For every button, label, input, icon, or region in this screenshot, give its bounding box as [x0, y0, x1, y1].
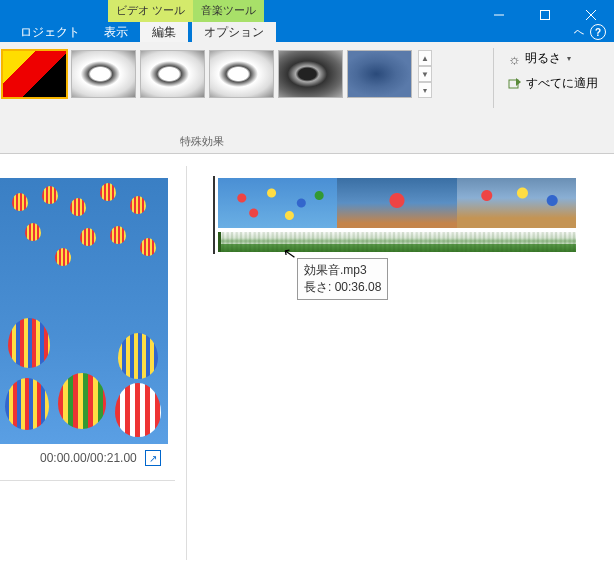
effect-thumb-5[interactable] — [278, 50, 343, 98]
ribbon-tab-view[interactable]: 表示 — [92, 22, 140, 43]
svg-rect-1 — [541, 11, 550, 20]
ribbon-panel: ▲ ▼ ▾ ☼ 明るさ ▾ すべてに適用 特殊効果 — [0, 42, 614, 154]
effect-thumb-3[interactable] — [140, 50, 205, 98]
ribbon-tab-option[interactable]: オプション — [192, 22, 276, 43]
video-clip-strip[interactable] — [218, 178, 576, 228]
apply-all-button[interactable]: すべてに適用 — [504, 73, 602, 94]
clip-frame — [337, 178, 456, 228]
tool-tab-video[interactable]: ビデオ ツール — [108, 0, 193, 22]
effect-thumb-2[interactable] — [71, 50, 136, 98]
playhead-marker[interactable] — [213, 176, 215, 254]
ribbon-tab-project[interactable]: ロジェクト — [8, 22, 92, 43]
clip-frame — [218, 178, 337, 228]
timeline-pane: ↖ 効果音.mp3 長さ: 00:36.08 — [186, 154, 614, 580]
effects-scroll-down[interactable]: ▼ — [418, 66, 432, 82]
tooltip-filename: 効果音.mp3 — [304, 262, 381, 279]
minimize-button[interactable] — [476, 0, 522, 30]
brightness-label: 明るさ — [525, 50, 561, 67]
close-button[interactable] — [568, 0, 614, 30]
preview-video[interactable] — [0, 178, 168, 444]
maximize-button[interactable] — [522, 0, 568, 30]
fullscreen-button[interactable]: ↗ — [145, 450, 161, 466]
workspace: 00:00.00/00:21.00 ↗ ↖ 効果音.mp3 長さ: 00:36.… — [0, 154, 614, 580]
audio-waveform — [221, 232, 576, 252]
audio-track[interactable]: ↖ 効果音.mp3 長さ: 00:36.08 — [218, 232, 576, 252]
titlebar: ビデオ ツール 音楽ツール ロジェクト 表示 編集 オプション へ ? — [0, 0, 614, 42]
effect-thumb-4[interactable] — [209, 50, 274, 98]
effects-scroll-up[interactable]: ▲ — [418, 50, 432, 66]
audio-tooltip: 効果音.mp3 長さ: 00:36.08 — [297, 258, 388, 300]
ribbon-group-label: 特殊効果 — [180, 134, 224, 149]
divider-line — [0, 480, 175, 481]
apply-all-icon — [508, 77, 522, 91]
chevron-down-icon: ▾ — [567, 54, 571, 63]
preview-pane: 00:00.00/00:21.00 ↗ — [0, 154, 186, 580]
tooltip-duration: 長さ: 00:36.08 — [304, 279, 381, 296]
effect-thumb-6[interactable] — [347, 50, 412, 98]
apply-all-label: すべてに適用 — [526, 75, 598, 92]
effects-expand[interactable]: ▾ — [418, 82, 432, 98]
ribbon-tab-edit[interactable]: 編集 — [140, 22, 188, 43]
time-display: 00:00.00/00:21.00 — [40, 451, 137, 465]
brightness-button[interactable]: ☼ 明るさ ▾ — [504, 48, 602, 69]
effect-thumb-1[interactable] — [2, 50, 67, 98]
brightness-icon: ☼ — [508, 51, 521, 67]
tool-tab-music[interactable]: 音楽ツール — [193, 0, 264, 22]
clip-frame — [457, 178, 576, 228]
